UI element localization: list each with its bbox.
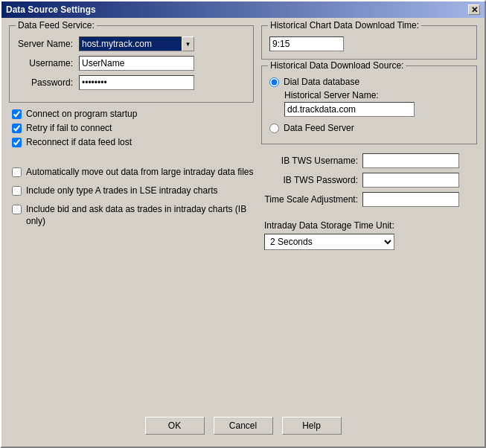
ib-tws-section: IB TWS Username: IB TWS Password: Time S… [261,150,477,214]
historical-chart-label: Historical Chart Data Download Time: [268,20,421,31]
username-row: Username: [17,56,246,71]
hist-server-input[interactable] [284,102,415,117]
additional-checkboxes: Automatically move out data from large i… [9,166,254,231]
ib-username-row: IB TWS Username: [261,153,477,168]
ib-username-input[interactable] [362,153,459,168]
ib-password-label: IB TWS Password: [261,175,358,185]
window-title: Data Source Settings [6,4,96,15]
historical-time-input[interactable] [269,36,344,51]
time-scale-row: Time Scale Adjustment: [261,192,477,207]
right-panel: Historical Chart Data Download Time: His… [261,25,477,405]
hist-server-label-text: Historical Server Name: [284,90,469,100]
time-scale-label: Time Scale Adjustment: [261,194,358,205]
left-panel: Data Feed Service: Server Name: ▼ Userna… [9,25,254,405]
server-name-combo: ▼ [79,36,194,51]
retry-label: Retry if fail to connect [26,123,112,133]
dial-data-row: Dial Data database [269,77,469,87]
ib-username-label: IB TWS Username: [261,156,358,166]
reconnect-row: Reconnect if data feed lost [12,137,254,147]
move-out-label: Automatically move out data from large i… [26,166,253,179]
type-a-row: Include only type A trades in LSE intrad… [12,185,254,197]
bottom-buttons: OK Cancel Help [9,411,477,439]
server-name-dropdown-btn[interactable]: ▼ [182,36,194,51]
bid-ask-row: Include bid and ask data as trades in in… [12,203,254,228]
data-feed-service-group: Data Feed Service: Server Name: ▼ Userna… [9,25,254,103]
data-feed-service-label: Data Feed Service: [16,20,97,31]
reconnect-checkbox[interactable] [12,138,22,147]
time-scale-input[interactable] [362,192,459,207]
connect-label: Connect on program startup [26,109,137,119]
connect-row: Connect on program startup [12,109,254,119]
password-row: Password: [17,75,246,90]
main-area: Data Feed Service: Server Name: ▼ Userna… [9,25,477,405]
username-input[interactable] [79,56,194,71]
password-label: Password: [17,77,73,88]
title-bar: Data Source Settings ✕ [1,1,485,18]
ib-password-input[interactable] [362,173,459,188]
close-button[interactable]: ✕ [468,4,480,15]
intraday-storage-select[interactable]: 2 Seconds 1 Second 5 Seconds 10 Seconds … [264,234,394,250]
data-feed-label: Data Feed Server [284,123,354,133]
move-out-checkbox[interactable] [12,167,22,177]
move-out-row: Automatically move out data from large i… [12,166,254,179]
help-button[interactable]: Help [282,417,342,435]
retry-row: Retry if fail to connect [12,123,254,133]
password-input[interactable] [79,75,194,90]
historical-data-source-group: Historical Data Download Source: Dial Da… [261,65,477,144]
ib-password-row: IB TWS Password: [261,173,477,188]
server-name-input[interactable] [79,36,182,51]
retry-checkbox[interactable] [12,124,22,133]
username-label: Username: [17,58,73,68]
type-a-checkbox[interactable] [12,186,22,196]
type-a-label: Include only type A trades in LSE intrad… [26,185,217,197]
historical-data-source-label: Historical Data Download Source: [268,60,406,71]
connect-checkbox[interactable] [12,109,22,119]
server-name-row: Server Name: ▼ [17,36,246,51]
bid-ask-checkbox[interactable] [12,205,22,214]
main-window: Data Source Settings ✕ Data Feed Service… [0,0,486,448]
intraday-storage-label: Intraday Data Storage Time Unit: [264,220,474,231]
intraday-storage-section: Intraday Data Storage Time Unit: 2 Secon… [261,220,477,250]
cancel-button[interactable]: Cancel [214,417,273,435]
dial-data-radio[interactable] [269,77,279,87]
bid-ask-label: Include bid and ask data as trades in in… [26,203,254,228]
data-feed-server-row: Data Feed Server [269,123,469,133]
data-feed-radio[interactable] [269,124,279,133]
historical-chart-group: Historical Chart Data Download Time: [261,25,477,60]
checkboxes-section: Connect on program startup Retry if fail… [9,109,254,151]
ok-button[interactable]: OK [145,417,205,435]
hist-server-name-section: Historical Server Name: [269,90,469,117]
server-name-label: Server Name: [17,39,73,49]
dial-data-label: Dial Data database [284,77,359,87]
window-content: Data Feed Service: Server Name: ▼ Userna… [1,18,485,447]
reconnect-label: Reconnect if data feed lost [26,137,132,147]
